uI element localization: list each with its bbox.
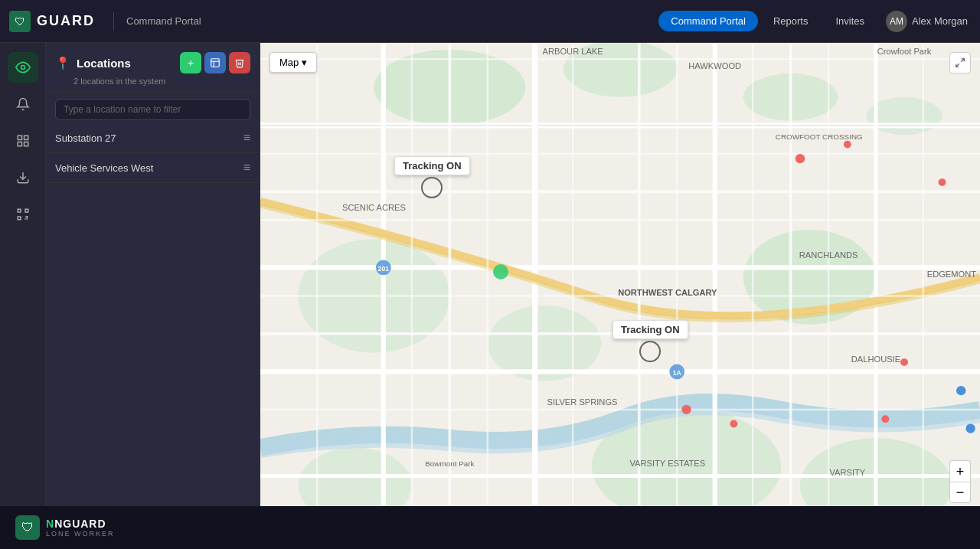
svg-point-84 xyxy=(881,415,889,423)
bottom-logo-text: NNGUARD xyxy=(46,518,115,530)
map-controls-top-right xyxy=(949,52,971,74)
tracking-circle-2 xyxy=(639,341,661,362)
list-item[interactable]: Vehicle Services West ≡ xyxy=(46,153,260,183)
sidebar-item-download[interactable] xyxy=(8,162,38,193)
locations-list: Substation 27 ≡ Vehicle Services West ≡ xyxy=(46,123,260,549)
sidebar-item-grid[interactable] xyxy=(8,126,38,156)
list-item[interactable]: Substation 27 ≡ xyxy=(46,123,260,153)
map-type-chevron: ▾ xyxy=(302,57,307,68)
zoom-in-button[interactable]: + xyxy=(949,460,971,482)
sidebar-icons xyxy=(0,43,46,549)
map-zoom-controls: + − xyxy=(949,460,971,503)
svg-point-85 xyxy=(956,386,965,395)
sidebar-item-bell[interactable] xyxy=(8,89,38,119)
svg-rect-4 xyxy=(24,142,28,146)
location-filter-input[interactable] xyxy=(55,99,250,120)
locations-title: 📍 Locations xyxy=(55,56,131,70)
svg-point-82 xyxy=(730,420,737,428)
svg-rect-3 xyxy=(18,142,21,146)
svg-rect-6 xyxy=(18,209,21,212)
command-portal-nav-btn[interactable]: Command Portal xyxy=(658,11,758,31)
edit-location-button[interactable] xyxy=(204,52,226,74)
logo-shield-icon: 🛡 xyxy=(9,11,31,32)
bottom-logo-text-area: NNGUARD LONE WORKER xyxy=(46,518,115,538)
svg-point-78 xyxy=(795,154,805,163)
bottom-logo-sub: LONE WORKER xyxy=(46,530,115,538)
svg-text:HAWKWOOD: HAWKWOOD xyxy=(688,61,741,70)
map-toolbar: Map ▾ xyxy=(270,52,317,73)
svg-text:NORTHWEST CALGARY: NORTHWEST CALGARY xyxy=(618,289,717,298)
locations-title-row: 📍 Locations + xyxy=(55,52,250,74)
sidebar-item-eye[interactable] xyxy=(8,52,38,83)
locations-label: Locations xyxy=(77,57,131,70)
svg-text:SILVER SPRINGS: SILVER SPRINGS xyxy=(547,397,618,407)
delete-location-button[interactable] xyxy=(229,52,250,74)
svg-text:DALHOUSIE: DALHOUSIE xyxy=(851,355,900,364)
map-svg: ARBOUR LAKE HAWKWOOD Crowfoot Park CROWF… xyxy=(260,43,980,549)
svg-rect-1 xyxy=(18,136,21,139)
svg-text:201: 201 xyxy=(378,265,390,273)
svg-text:VARSITY: VARSITY xyxy=(829,469,865,478)
tracking-circle-1 xyxy=(421,177,443,198)
svg-point-81 xyxy=(681,405,691,414)
svg-point-79 xyxy=(844,141,851,149)
locations-panel: 📍 Locations + xyxy=(46,43,260,549)
svg-text:ARBOUR LAKE: ARBOUR LAKE xyxy=(543,47,603,56)
logo-text: GUARD xyxy=(37,13,95,29)
locations-header: 📍 Locations + xyxy=(46,43,260,93)
invites-nav-btn[interactable]: Invites xyxy=(823,11,877,31)
svg-text:Bowmont Park: Bowmont Park xyxy=(425,459,474,468)
svg-text:RANCHLANDS: RANCHLANDS xyxy=(799,250,858,260)
map-type-label: Map xyxy=(279,57,299,68)
top-navigation: 🛡 GUARD Command Portal Command Portal Re… xyxy=(0,0,980,43)
sidebar-item-qr[interactable] xyxy=(8,199,38,230)
locations-actions: + xyxy=(180,52,250,74)
svg-line-88 xyxy=(956,64,959,67)
add-location-button[interactable]: + xyxy=(180,52,201,74)
svg-point-83 xyxy=(900,358,908,366)
bottom-bar: 🛡 NNGUARD LONE WORKER xyxy=(0,506,980,549)
logo-area: 🛡 GUARD xyxy=(0,11,107,32)
bottom-logo: 🛡 NNGUARD LONE WORKER xyxy=(15,515,115,540)
locations-filter xyxy=(55,99,250,120)
main-area: 📍 Locations + xyxy=(0,43,980,549)
svg-rect-2 xyxy=(24,136,28,139)
map-area[interactable]: ARBOUR LAKE HAWKWOOD Crowfoot Park CROWF… xyxy=(260,43,980,549)
user-area: AM Alex Morgan xyxy=(886,11,968,32)
svg-text:Crowfoot Park: Crowfoot Park xyxy=(877,47,932,56)
map-fullscreen-button[interactable] xyxy=(949,52,971,74)
svg-text:VARSITY ESTATES: VARSITY ESTATES xyxy=(629,459,705,468)
svg-text:SCENIC ACRES: SCENIC ACRES xyxy=(342,203,406,212)
svg-line-87 xyxy=(961,59,964,62)
app-title: Command Portal xyxy=(113,12,201,31)
svg-point-86 xyxy=(965,423,975,433)
tracking-pin-2[interactable]: Tracking ON xyxy=(612,320,688,362)
svg-rect-15 xyxy=(211,59,220,67)
tracking-pin-1[interactable]: Tracking ON xyxy=(394,156,470,198)
svg-text:1A: 1A xyxy=(673,369,682,377)
svg-point-80 xyxy=(939,178,946,186)
tracking-label-2: Tracking ON xyxy=(612,320,688,339)
svg-text:CROWFOOT CROSSING: CROWFOOT CROSSING xyxy=(776,132,863,141)
map-type-button[interactable]: Map ▾ xyxy=(270,52,317,73)
svg-rect-7 xyxy=(25,209,28,212)
locations-icon: 📍 xyxy=(55,56,70,70)
user-name: Alex Morgan xyxy=(912,15,968,27)
tracking-label-1: Tracking ON xyxy=(394,156,470,175)
top-nav-right: Command Portal Reports Invites AM Alex M… xyxy=(658,11,980,32)
location-name: Vehicle Services West xyxy=(55,162,153,174)
location-menu-icon[interactable]: ≡ xyxy=(243,131,250,145)
avatar: AM xyxy=(886,11,907,32)
locations-subtitle: 2 locations in the system xyxy=(74,77,250,86)
svg-rect-8 xyxy=(18,217,21,220)
bottom-logo-shield-icon: 🛡 xyxy=(15,515,40,540)
zoom-out-button[interactable]: − xyxy=(949,482,971,503)
location-name: Substation 27 xyxy=(55,132,116,144)
location-menu-icon[interactable]: ≡ xyxy=(243,161,250,175)
svg-text:EDGEMONT: EDGEMONT xyxy=(927,270,976,279)
svg-point-0 xyxy=(21,66,24,70)
reports-nav-btn[interactable]: Reports xyxy=(761,11,821,31)
